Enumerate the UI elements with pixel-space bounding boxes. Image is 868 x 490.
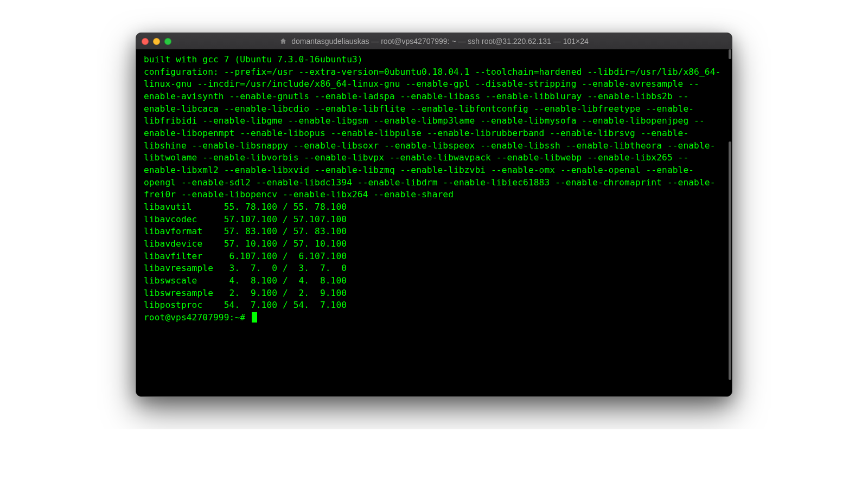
close-icon[interactable] (142, 38, 149, 45)
output-lib-line: libswscale 4. 8.100 / 4. 8.100 (144, 275, 347, 286)
output-lib-line: libavcodec 57.107.100 / 57.107.100 (144, 214, 347, 224)
minimize-icon[interactable] (153, 38, 160, 45)
shell-prompt[interactable]: root@vps42707999:~# (144, 312, 251, 323)
output-line-built: built with gcc 7 (Ubuntu 7.3.0-16ubuntu3… (144, 54, 363, 65)
window-title: domantasgudeliauskas — root@vps42707999:… (291, 37, 589, 46)
output-lib-line: libswresample 2. 9.100 / 2. 9.100 (144, 288, 347, 298)
terminal-window: domantasgudeliauskas — root@vps42707999:… (136, 33, 732, 397)
output-lib-line: libavfilter 6.107.100 / 6.107.100 (144, 251, 347, 261)
terminal-body[interactable]: built with gcc 7 (Ubuntu 7.3.0-16ubuntu3… (136, 49, 732, 396)
window-title-wrapper: domantasgudeliauskas — root@vps42707999:… (136, 37, 732, 46)
maximize-icon[interactable] (164, 38, 171, 45)
output-lib-line: libavutil 55. 78.100 / 55. 78.100 (144, 202, 347, 212)
home-icon (279, 37, 287, 45)
window-titlebar[interactable]: domantasgudeliauskas — root@vps42707999:… (136, 33, 732, 49)
output-lib-line: libavresample 3. 7. 0 / 3. 7. 0 (144, 263, 347, 273)
output-lib-line: libavdevice 57. 10.100 / 57. 10.100 (144, 238, 347, 249)
traffic-lights (142, 38, 171, 45)
terminal-output: built with gcc 7 (Ubuntu 7.3.0-16ubuntu3… (144, 54, 724, 324)
output-config-block: configuration: --prefix=/usr --extra-ver… (144, 67, 720, 200)
scrollbar[interactable] (729, 141, 731, 380)
output-lib-line: libpostproc 54. 7.100 / 54. 7.100 (144, 300, 347, 310)
scrollbar-top[interactable] (729, 49, 731, 59)
cursor-icon (252, 312, 257, 323)
output-lib-line: libavformat 57. 83.100 / 57. 83.100 (144, 226, 347, 236)
